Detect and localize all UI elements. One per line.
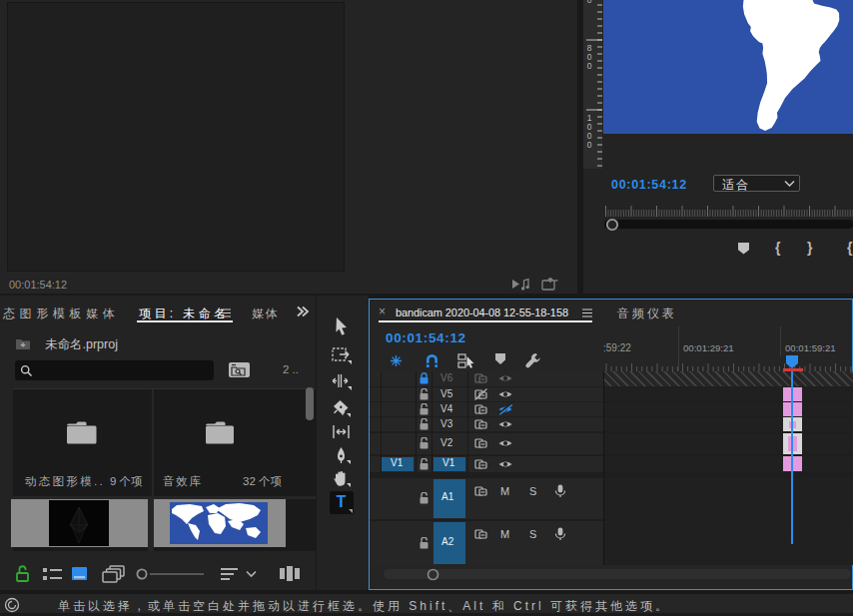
svg-text:0: 0 xyxy=(587,61,592,71)
svg-text:0: 0 xyxy=(587,0,592,5)
svg-text:0: 0 xyxy=(587,140,592,150)
